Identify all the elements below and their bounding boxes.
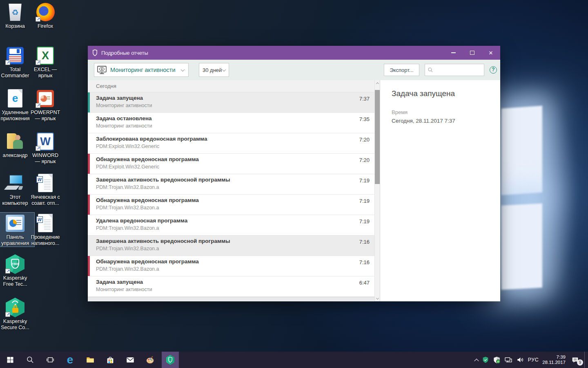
- list-item[interactable]: Задача остановлена Мониторинг активности…: [88, 113, 374, 133]
- taskbar: e: [0, 352, 588, 368]
- details-time-value: Сегодня, 28.11.2017 7:37: [392, 118, 500, 124]
- start-button[interactable]: [0, 352, 20, 368]
- scroll-up-button[interactable]: [375, 80, 380, 86]
- event-subtitle: PDM:Exploit.Win32.Generic: [96, 164, 159, 170]
- edge-letter: e: [12, 92, 18, 105]
- word-icon: W↗: [36, 132, 55, 151]
- event-time: 6:47: [359, 280, 370, 286]
- desktop-icon-excel[interactable]: X↗ EXCEL — ярлык: [26, 45, 65, 79]
- taskbar-edge-button[interactable]: e: [60, 352, 80, 368]
- notification-badge: 9: [577, 359, 583, 366]
- window-body: Сегодня Задача запущена Мониторинг актив…: [88, 80, 500, 301]
- event-subtitle: Мониторинг активности: [96, 103, 152, 108]
- desktop-icon-doc-yanchevskaya[interactable]: W Янчевская с соавт. отп...: [26, 173, 65, 206]
- list-item[interactable]: Удалена вредоносная программа PDM:Trojan…: [88, 215, 374, 236]
- desktop-icon-powerpoint[interactable]: ↗ POWERPNT — ярлык: [26, 88, 65, 122]
- scrollbar-thumb[interactable]: [375, 90, 380, 184]
- desktop-icon-label: EXCEL — ярлык: [34, 67, 57, 79]
- taskbar-search-button[interactable]: [20, 352, 40, 368]
- list-item[interactable]: Обнаружена вредоносная программа PDM:Tro…: [88, 256, 374, 276]
- desktop-icon-kaspersky-free[interactable]: FREE↗ Kaspersky Free Tec...: [0, 254, 34, 287]
- network-icon: [504, 356, 512, 364]
- window-titlebar[interactable]: Подробные отчеты ✕: [88, 46, 500, 60]
- event-title: Удалена вредоносная программа: [96, 218, 187, 224]
- detailed-reports-window: Подробные отчеты ✕ Мониторинг активности…: [88, 46, 500, 301]
- minimize-button[interactable]: [444, 46, 463, 60]
- tray-network-icon[interactable]: [504, 352, 512, 368]
- window-controls: ✕: [444, 46, 500, 60]
- tray-kaspersky-icon[interactable]: [482, 352, 489, 368]
- export-button[interactable]: Экспорт...: [384, 64, 419, 76]
- edge-document-icon: e: [5, 89, 25, 108]
- list-item[interactable]: Обнаружена вредоносная программа PDM:Exp…: [88, 154, 374, 174]
- search-input[interactable]: [433, 67, 481, 74]
- desktop-icon-label: Kaspersky Free Tec...: [3, 275, 27, 287]
- icon-art: e: [8, 89, 22, 108]
- period-dropdown[interactable]: 30 дней: [199, 63, 229, 77]
- tray-language-indicator[interactable]: РУС: [528, 352, 539, 368]
- tray-expand-button[interactable]: [475, 352, 478, 368]
- search-box[interactable]: [425, 64, 484, 76]
- list-item[interactable]: Завершена активность вредоносной програм…: [88, 236, 374, 256]
- tray-volume-icon[interactable]: [516, 352, 524, 368]
- excel-letter: X: [42, 49, 49, 62]
- taskbar-explorer-button[interactable]: [80, 352, 100, 368]
- chevron-up-icon: [474, 359, 479, 363]
- desktop-icon-doc-provedenie[interactable]: W Проведение нативного...: [26, 213, 65, 247]
- close-icon: ✕: [489, 50, 493, 56]
- taskbar-paint-button[interactable]: [140, 352, 160, 368]
- event-title: Заблокирована вредоносная программа: [96, 136, 207, 142]
- desktop-icon-label: Total Commander: [1, 67, 29, 79]
- list-item[interactable]: Заблокирована вредоносная программа PDM:…: [88, 133, 374, 154]
- desktop-icon-label: Firefox: [38, 23, 53, 29]
- list-tail: [88, 297, 374, 301]
- list-item[interactable]: Обнаружена вредоносная программа PDM:Tro…: [88, 195, 374, 215]
- scrollbar[interactable]: [374, 80, 380, 301]
- tray-clock[interactable]: 7:39 28.11.2017: [542, 355, 566, 365]
- word-document-icon: W: [36, 173, 55, 193]
- close-button[interactable]: ✕: [481, 46, 500, 60]
- edge-icon: e: [67, 354, 74, 366]
- list-item[interactable]: Завершена активность вредоносной програм…: [88, 174, 374, 195]
- search-icon: [428, 67, 433, 73]
- desktop-icon-kaspersky-secure[interactable]: ↗ Kaspersky Secure Co...: [0, 297, 34, 331]
- report-type-dropdown[interactable]: Мониторинг активности: [94, 63, 189, 77]
- group-header: Сегодня: [88, 80, 374, 92]
- event-title: Обнаружена вредоносная программа: [96, 156, 199, 162]
- taskbar-store-button[interactable]: [100, 352, 120, 368]
- event-time: 7:35: [359, 116, 370, 122]
- icon-art: W: [38, 174, 53, 192]
- desktop-icon-label: WINWORD — ярлык: [32, 153, 58, 165]
- list-item[interactable]: Задача запущена Мониторинг активности 7:…: [88, 92, 374, 113]
- scroll-down-button[interactable]: [375, 296, 380, 301]
- maximize-button[interactable]: [463, 46, 481, 60]
- event-time: 7:19: [359, 198, 370, 204]
- kaspersky-free-icon: FREE↗: [5, 254, 25, 274]
- task-view-button[interactable]: [40, 352, 60, 368]
- shortcut-arrow-icon: ↗: [36, 103, 40, 108]
- action-center-button[interactable]: 9: [569, 352, 581, 368]
- help-icon[interactable]: ?: [490, 66, 497, 74]
- taskbar-mail-button[interactable]: [120, 352, 140, 368]
- desktop-icon-label: Янчевская с соавт. отп...: [31, 194, 60, 206]
- kaspersky-secure-icon: ↗: [5, 298, 25, 317]
- event-subtitle: PDM:Trojan.Win32.Bazon.a: [96, 246, 159, 251]
- show-desktop-button[interactable]: [584, 352, 586, 368]
- word-letter: W: [40, 135, 50, 148]
- taskbar-kaspersky-button[interactable]: [162, 352, 179, 368]
- wallpaper-window-pane: [501, 106, 542, 195]
- tray-defender-icon[interactable]: [493, 352, 501, 368]
- desktop-icon-firefox[interactable]: ↗ Firefox: [26, 2, 65, 29]
- paint-icon: [146, 355, 155, 364]
- windows-logo-icon: [6, 356, 14, 364]
- event-time: 7:19: [359, 177, 370, 184]
- details-panel: Задача запущена Время Сегодня, 28.11.201…: [380, 80, 500, 301]
- events-list: Сегодня Задача запущена Мониторинг актив…: [88, 80, 374, 301]
- event-subtitle: PDM:Exploit.Win32.Generic: [96, 144, 159, 149]
- event-title: Задача запущена: [96, 279, 143, 285]
- report-type-label: Мониторинг активности: [110, 67, 176, 73]
- desktop-icon-winword[interactable]: W↗ WINWORD — ярлык: [26, 131, 65, 165]
- list-item[interactable]: Задача запущена Мониторинг активности 6:…: [88, 276, 374, 297]
- word-letter: W: [36, 176, 43, 183]
- store-icon: [106, 355, 115, 364]
